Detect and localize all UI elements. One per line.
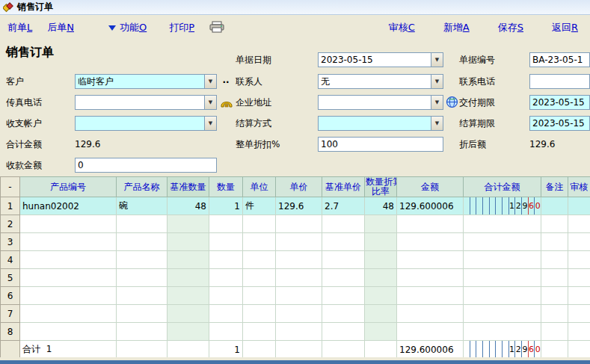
cell-audit[interactable] <box>568 197 590 215</box>
cell-product-no[interactable] <box>20 251 117 269</box>
cell-qty[interactable] <box>209 269 243 287</box>
cell-audit[interactable] <box>568 215 590 233</box>
address-dropdown-icon[interactable]: ▼ <box>431 96 443 109</box>
cell-remark[interactable] <box>541 197 568 215</box>
cell-ratio[interactable] <box>365 323 397 341</box>
cell-base-price[interactable] <box>322 251 365 269</box>
row-number[interactable]: 8 <box>1 323 20 341</box>
cell-audit[interactable] <box>568 305 590 323</box>
cell-ledger-amount[interactable]: 12960 <box>464 197 541 215</box>
row-number[interactable]: 5 <box>1 269 20 287</box>
cell-product-no[interactable] <box>20 233 117 251</box>
print-button[interactable]: 打印P <box>169 21 194 34</box>
cell-price[interactable] <box>276 323 322 341</box>
cell-amount[interactable] <box>397 233 464 251</box>
cell-price[interactable]: 129.6 <box>276 197 322 215</box>
cell-qty[interactable] <box>209 215 243 233</box>
doc-date-field[interactable]: 2023-05-15 ▼ <box>318 52 443 67</box>
cell-product-name[interactable]: 碗 <box>117 197 168 215</box>
row-number[interactable]: 4 <box>1 251 20 269</box>
cell-qty[interactable] <box>209 251 243 269</box>
cell-amount[interactable]: 129.600006 <box>397 197 464 215</box>
cell-audit[interactable] <box>568 269 590 287</box>
globe-icon[interactable] <box>446 96 459 109</box>
customer-field[interactable]: 临时客户 ▼ <box>75 74 217 89</box>
contact-dropdown-icon[interactable]: ▼ <box>431 75 443 88</box>
cell-audit[interactable] <box>568 323 590 341</box>
cell-ratio[interactable]: 48 <box>365 197 397 215</box>
cell-ratio[interactable] <box>365 269 397 287</box>
cell-amount[interactable] <box>397 323 464 341</box>
cell-ledger-amount[interactable] <box>464 251 541 269</box>
account-field[interactable]: ▼ <box>75 116 217 131</box>
back-button[interactable]: 返回R <box>552 21 578 34</box>
customer-browse-button[interactable]: .. <box>220 75 232 85</box>
cell-ledger-amount[interactable] <box>464 305 541 323</box>
cell-remark[interactable] <box>541 287 568 305</box>
cell-price[interactable] <box>276 305 322 323</box>
cell-product-no[interactable] <box>20 305 117 323</box>
cell-base-qty[interactable] <box>168 305 209 323</box>
customer-dropdown-icon[interactable]: ▼ <box>204 75 216 88</box>
cell-unit[interactable]: 件 <box>243 197 276 215</box>
cell-ratio[interactable] <box>365 287 397 305</box>
cell-unit[interactable] <box>243 305 276 323</box>
cell-ratio[interactable] <box>365 305 397 323</box>
row-number[interactable]: 1 <box>1 197 20 215</box>
printer-icon[interactable] <box>209 21 224 35</box>
cell-unit[interactable] <box>243 269 276 287</box>
cell-price[interactable] <box>276 215 322 233</box>
cell-ledger-amount[interactable] <box>464 215 541 233</box>
add-new-button[interactable]: 新增A <box>443 21 470 34</box>
cell-unit[interactable] <box>243 233 276 251</box>
contact-phone-input[interactable] <box>529 74 590 89</box>
row-number[interactable]: 6 <box>1 287 20 305</box>
cell-product-name[interactable] <box>117 233 168 251</box>
phone-icon[interactable] <box>220 96 233 109</box>
received-input[interactable] <box>75 158 217 173</box>
cell-price[interactable] <box>276 251 322 269</box>
cell-base-qty[interactable] <box>168 215 209 233</box>
cell-ratio[interactable] <box>365 215 397 233</box>
cell-base-qty[interactable] <box>168 269 209 287</box>
cell-base-price[interactable]: 2.7 <box>322 197 365 215</box>
cell-qty[interactable] <box>209 323 243 341</box>
cell-unit[interactable] <box>243 323 276 341</box>
cell-base-qty[interactable] <box>168 233 209 251</box>
cell-remark[interactable] <box>541 305 568 323</box>
cell-product-no[interactable] <box>20 215 117 233</box>
next-order-button[interactable]: 后单N <box>47 21 74 34</box>
settle-method-dropdown-icon[interactable]: ▼ <box>431 117 443 130</box>
contact-field[interactable]: 无 ▼ <box>318 74 443 89</box>
prev-order-button[interactable]: 前单L <box>7 21 32 34</box>
cell-product-name[interactable] <box>117 215 168 233</box>
row-number[interactable]: 2 <box>1 215 20 233</box>
cell-remark[interactable] <box>541 269 568 287</box>
cell-base-qty[interactable] <box>168 323 209 341</box>
cell-qty[interactable] <box>209 305 243 323</box>
cell-product-no[interactable] <box>20 287 117 305</box>
cell-qty[interactable] <box>209 287 243 305</box>
cell-audit[interactable] <box>568 251 590 269</box>
audit-button[interactable]: 审核C <box>389 21 415 34</box>
cell-amount[interactable] <box>397 269 464 287</box>
cell-product-name[interactable] <box>117 305 168 323</box>
cell-amount[interactable] <box>397 215 464 233</box>
cell-unit[interactable] <box>243 215 276 233</box>
cell-ledger-amount[interactable] <box>464 269 541 287</box>
cell-audit[interactable] <box>568 287 590 305</box>
cell-base-price[interactable] <box>322 233 365 251</box>
cell-ledger-amount[interactable] <box>464 323 541 341</box>
cell-price[interactable] <box>276 287 322 305</box>
cell-base-price[interactable] <box>322 323 365 341</box>
row-number[interactable]: 3 <box>1 233 20 251</box>
cell-product-name[interactable] <box>117 269 168 287</box>
cell-amount[interactable] <box>397 287 464 305</box>
row-number[interactable]: 7 <box>1 305 20 323</box>
cell-remark[interactable] <box>541 233 568 251</box>
cell-amount[interactable] <box>397 305 464 323</box>
cell-price[interactable] <box>276 233 322 251</box>
cell-qty[interactable]: 1 <box>209 197 243 215</box>
settle-due-input[interactable] <box>529 116 590 131</box>
cell-unit[interactable] <box>243 251 276 269</box>
